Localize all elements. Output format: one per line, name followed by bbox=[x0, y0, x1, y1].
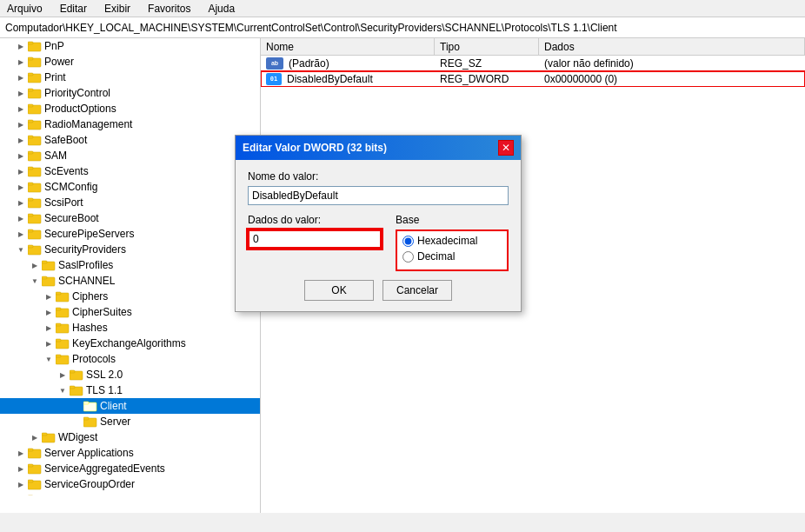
dec-label: Decimal bbox=[417, 250, 455, 263]
dialog-title: Editar Valor DWORD (32 bits) bbox=[243, 142, 387, 154]
dialog-close-button[interactable]: ✕ bbox=[498, 140, 514, 156]
edit-dword-dialog: Editar Valor DWORD (32 bits) ✕ Nome do v… bbox=[235, 135, 522, 312]
hex-radio-row: Hexadecimal bbox=[402, 235, 502, 247]
dialog-buttons: OK Cancelar bbox=[248, 280, 509, 301]
base-label: Base bbox=[396, 214, 509, 226]
hex-radio[interactable] bbox=[402, 236, 414, 247]
dec-radio[interactable] bbox=[402, 251, 414, 263]
nome-label: Nome do valor: bbox=[248, 170, 509, 183]
dialog-overlay: Editar Valor DWORD (32 bits) ✕ Nome do v… bbox=[0, 0, 805, 532]
dados-row: Dados do valor: Base Hexadecimal Decimal bbox=[248, 214, 509, 271]
dados-label: Dados do valor: bbox=[248, 214, 382, 226]
nome-input[interactable] bbox=[248, 186, 509, 205]
ok-button[interactable]: OK bbox=[304, 280, 374, 301]
dialog-body: Nome do valor: Dados do valor: Base Hexa… bbox=[236, 160, 521, 311]
hex-label: Hexadecimal bbox=[417, 235, 477, 247]
dialog-title-bar: Editar Valor DWORD (32 bits) ✕ bbox=[236, 136, 521, 160]
value-section: Dados do valor: bbox=[248, 214, 382, 271]
base-box: Hexadecimal Decimal bbox=[396, 229, 509, 271]
dados-input[interactable] bbox=[248, 229, 382, 249]
base-section: Base Hexadecimal Decimal bbox=[396, 214, 509, 271]
dec-radio-row: Decimal bbox=[402, 250, 502, 263]
cancel-button[interactable]: Cancelar bbox=[383, 280, 452, 301]
